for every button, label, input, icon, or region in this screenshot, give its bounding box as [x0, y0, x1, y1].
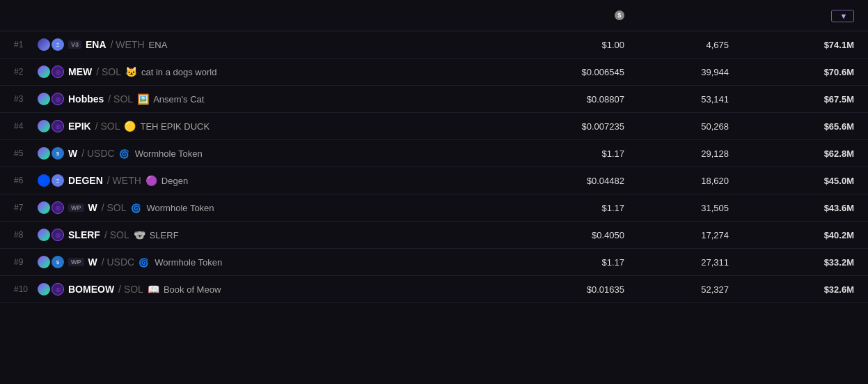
token-symbol: Hobbes	[68, 93, 104, 105]
project-icon: 📖	[148, 284, 159, 295]
project-name: Ansem's Cat	[153, 94, 204, 105]
token-pair: / WETH	[107, 175, 141, 186]
token-cell: #3 ◎ Hobbes / SOL 🖼️ Ansem's Cat	[14, 93, 485, 105]
txns-cell: 53,141	[624, 94, 729, 105]
token-icons: ◎	[38, 120, 64, 132]
price-cell: $0.006545	[485, 67, 624, 77]
table-header: $ ▼	[0, 0, 868, 31]
price-cell: $1.00	[485, 40, 624, 50]
rank-label: #10	[14, 284, 33, 294]
token-symbol: W	[88, 202, 97, 213]
rank-label: #6	[14, 176, 33, 185]
project-icon: 🟡	[124, 121, 136, 132]
table-row[interactable]: #3 ◎ Hobbes / SOL 🖼️ Ansem's Cat $0.0880…	[0, 86, 868, 113]
token-pair: / SOL	[104, 229, 129, 240]
token-symbol: SLERF	[68, 229, 100, 240]
project-name: Wormhole Token	[135, 148, 203, 159]
token-icons: Ξ	[38, 38, 64, 51]
project-icon: 🐨	[134, 229, 145, 240]
rank-label: #9	[14, 257, 33, 267]
table-body: #1 Ξ V3 ENA / WETH ENA $1.00 4,675 $74.1…	[0, 31, 868, 303]
project-name: Wormhole Token	[147, 203, 214, 213]
token-symbol: BOMEOW	[68, 284, 114, 295]
rank-label: #1	[14, 40, 33, 49]
project-icon: 🐱	[125, 66, 137, 77]
volume-cell: $67.5M	[729, 94, 854, 105]
table-row[interactable]: #8 ◎ SLERF / SOL 🐨 SLERF $0.4050 17,274 …	[0, 222, 868, 249]
token-cell: #6 Ξ DEGEN / WETH 🟣 Degen	[14, 174, 485, 187]
price-cell: $1.17	[485, 257, 624, 268]
token-pair: / SOL	[96, 66, 121, 77]
token-icons: ◎	[38, 66, 64, 78]
token-symbol: ENA	[86, 39, 106, 50]
token-symbol: MEW	[68, 66, 92, 77]
token-cell: #2 ◎ MEW / SOL 🐱 cat in a dogs world	[14, 66, 485, 78]
token-cell: #1 Ξ V3 ENA / WETH ENA	[14, 38, 485, 51]
worm-icon: 🌀	[139, 256, 150, 268]
token-table: $ ▼ #1 Ξ V3 ENA / WETH ENA $1.00 4,675 $…	[0, 0, 868, 303]
table-row[interactable]: #2 ◎ MEW / SOL 🐱 cat in a dogs world $0.…	[0, 59, 868, 86]
header-volume: ▼	[729, 8, 854, 22]
rank-label: #2	[14, 67, 33, 77]
price-cell: $1.17	[485, 148, 624, 159]
rank-label: #3	[14, 94, 33, 104]
price-cell: $0.4050	[485, 230, 624, 240]
header-txns	[624, 8, 729, 22]
token-icons: ◎	[38, 201, 64, 214]
worm-icon: 🌀	[131, 202, 143, 213]
table-row[interactable]: #5 $ W / USDC 🌀 Wormhole Token $1.17 29,…	[0, 140, 868, 167]
token-icons: ◎	[38, 93, 64, 105]
table-row[interactable]: #10 ◎ BOMEOW / SOL 📖 Book of Meow $0.016…	[0, 276, 868, 303]
token-badge: V3	[68, 40, 81, 49]
token-pair: / SOL	[95, 121, 120, 132]
volume-cell: $33.2M	[729, 257, 854, 268]
rank-label: #8	[14, 230, 33, 240]
project-name: Book of Meow	[164, 284, 221, 295]
project-name: SLERF	[150, 230, 179, 240]
token-cell: #10 ◎ BOMEOW / SOL 📖 Book of Meow	[14, 283, 485, 295]
token-cell: #4 ◎ EPIK / SOL 🟡 TEH EPIK DUCK	[14, 120, 485, 132]
volume-cell: $32.6M	[729, 284, 854, 295]
chevron-down-icon: ▼	[840, 12, 848, 20]
table-row[interactable]: #4 ◎ EPIK / SOL 🟡 TEH EPIK DUCK $0.00723…	[0, 113, 868, 140]
rank-label: #5	[14, 148, 33, 158]
token-pair: / SOL	[102, 202, 127, 213]
token-cell: #8 ◎ SLERF / SOL 🐨 SLERF	[14, 229, 485, 241]
volume-cell: $65.6M	[729, 121, 854, 132]
price-cell: $0.04482	[485, 176, 624, 186]
token-cell: #5 $ W / USDC 🌀 Wormhole Token	[14, 147, 485, 160]
rank-label: #7	[14, 203, 33, 213]
project-name: Wormhole Token	[155, 257, 222, 268]
project-name: Degen	[161, 176, 188, 186]
txns-cell: 29,128	[624, 148, 729, 159]
token-badge: WP	[68, 258, 84, 266]
table-row[interactable]: #7 ◎ WP W / SOL 🌀 Wormhole Token $1.17 3…	[0, 194, 868, 222]
price-cell: $0.01635	[485, 284, 624, 295]
token-icons: Ξ	[38, 174, 64, 187]
txns-cell: 52,327	[624, 284, 729, 295]
token-pair: / SOL	[108, 93, 133, 105]
txns-cell: 27,311	[624, 257, 729, 268]
project-name: cat in a dogs world	[141, 67, 216, 77]
volume-cell: $70.6M	[729, 67, 854, 77]
token-symbol: EPIK	[68, 121, 91, 132]
table-row[interactable]: #1 Ξ V3 ENA / WETH ENA $1.00 4,675 $74.1…	[0, 31, 868, 59]
header-price: $	[485, 8, 624, 22]
token-pair: / SOL	[118, 284, 143, 295]
project-icon: 🟣	[145, 175, 157, 186]
price-cell: $0.08807	[485, 94, 624, 105]
volume-cell: $62.8M	[729, 148, 854, 159]
txns-cell: 31,505	[624, 203, 729, 213]
txns-cell: 18,620	[624, 176, 729, 186]
txns-cell: 50,268	[624, 121, 729, 132]
table-row[interactable]: #9 $ WP W / USDC 🌀 Wormhole Token $1.17 …	[0, 249, 868, 276]
volume-sort-button[interactable]: ▼	[831, 10, 854, 22]
price-icon: $	[615, 10, 624, 20]
txns-cell: 17,274	[624, 230, 729, 240]
rank-label: #4	[14, 121, 33, 131]
table-row[interactable]: #6 Ξ DEGEN / WETH 🟣 Degen $0.04482 18,62…	[0, 167, 868, 194]
project-name: ENA	[149, 40, 168, 50]
token-cell: #9 $ WP W / USDC 🌀 Wormhole Token	[14, 256, 485, 268]
txns-cell: 4,675	[624, 40, 729, 50]
worm-icon: 🌀	[119, 148, 131, 159]
